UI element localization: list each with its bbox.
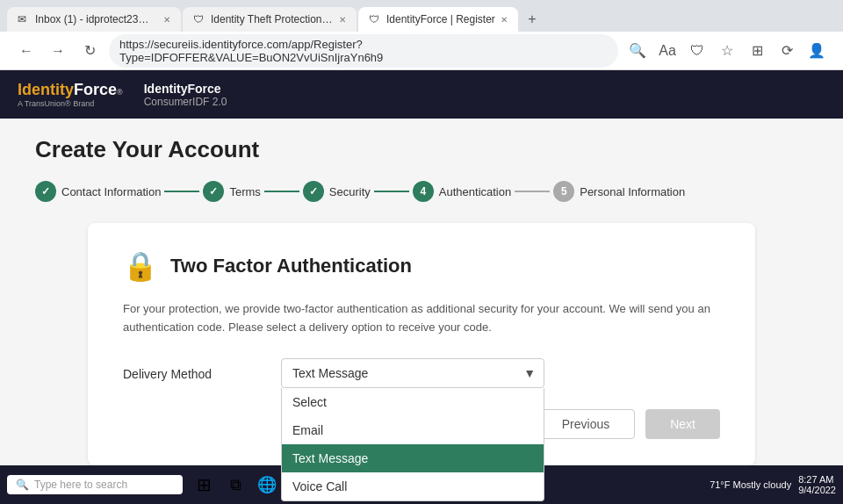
- app-name-header: IdentityForce ConsumerIDF 2.0: [144, 82, 227, 108]
- dropdown-text-message[interactable]: Text Message: [282, 444, 544, 472]
- profile-icon[interactable]: 👤: [804, 39, 829, 63]
- step5-label: Personal Information: [580, 185, 685, 198]
- windows-button[interactable]: ⊞: [190, 471, 218, 499]
- tab2-label: Identity Theft Protection Provide...: [211, 13, 334, 25]
- logo-sub: A TransUnion® Brand: [18, 99, 123, 108]
- search-icon: 🔍: [16, 479, 29, 491]
- card-description: For your protection, we provide two-fact…: [123, 300, 720, 337]
- logo-identity: Identity: [18, 81, 74, 98]
- tab3-label: IdentityForce | Register: [386, 13, 495, 25]
- tab3-close[interactable]: ✕: [501, 15, 508, 25]
- dropdown-email[interactable]: Email: [282, 416, 544, 444]
- toolbar-right: 🔍 Aa 🛡 ☆ ⊞ ⟳ 👤: [625, 39, 829, 63]
- url-text: https://secureiis.identityforce.com/app/…: [119, 38, 608, 64]
- tab2-close[interactable]: ✕: [339, 15, 346, 25]
- card-header: 🔒 Two Factor Authentication: [123, 249, 720, 283]
- tab2-favicon: 🛡: [193, 13, 205, 25]
- url-field[interactable]: https://secureiis.identityforce.com/app/…: [109, 34, 618, 68]
- edge-icon[interactable]: 🌐: [253, 471, 281, 499]
- previous-button[interactable]: Previous: [537, 409, 635, 439]
- step1-label: Contact Information: [61, 185, 161, 198]
- time: 8:27 AM: [798, 474, 836, 485]
- tab-1[interactable]: ✉ Inbox (1) - idprotect23@gmail.c... ✕: [7, 7, 181, 32]
- task-view-button[interactable]: ⧉: [221, 471, 249, 499]
- shield-icon[interactable]: 🛡: [685, 39, 710, 63]
- refresh-icon[interactable]: ⟳: [775, 39, 799, 63]
- progress-steps: ✓ Contact Information ✓ Terms ✓ Security…: [35, 181, 808, 202]
- delivery-select-wrap: Select Email Text Message Voice Call ▼ S…: [281, 358, 544, 388]
- star-icon[interactable]: ☆: [715, 39, 739, 63]
- divider-2: [264, 191, 299, 192]
- back-button[interactable]: ←: [14, 39, 39, 63]
- logo-force: Force: [74, 81, 117, 98]
- divider-4: [515, 191, 550, 192]
- dropdown-voice[interactable]: Voice Call: [282, 472, 544, 500]
- tab1-favicon: ✉: [18, 13, 30, 25]
- taskbar-right: 71°F Mostly cloudy 8:27 AM 9/4/2022: [710, 474, 836, 495]
- forward-button[interactable]: →: [46, 39, 70, 63]
- step3-circle: ✓: [303, 181, 324, 202]
- app-name: IdentityForce: [144, 82, 227, 96]
- step-terms: ✓ Terms: [203, 181, 260, 202]
- tab1-label: Inbox (1) - idprotect23@gmail.c...: [35, 13, 158, 25]
- step-security: ✓ Security: [303, 181, 371, 202]
- collections-icon[interactable]: ⊞: [745, 39, 769, 63]
- step1-circle: ✓: [35, 181, 56, 202]
- next-button[interactable]: Next: [645, 409, 720, 439]
- delivery-select[interactable]: Select Email Text Message Voice Call: [281, 358, 544, 388]
- delivery-method-row: Delivery Method Select Email Text Messag…: [123, 358, 720, 388]
- step4-label: Authentication: [439, 185, 511, 198]
- dropdown-select[interactable]: Select: [282, 388, 544, 416]
- step-contact: ✓ Contact Information: [35, 181, 161, 202]
- address-bar: ← → ↻ https://secureiis.identityforce.co…: [0, 32, 843, 70]
- delivery-label: Delivery Method: [123, 358, 263, 381]
- page-title: Create Your Account: [35, 136, 808, 163]
- tab3-favicon: 🛡: [369, 13, 381, 25]
- browser-chrome: ✉ Inbox (1) - idprotect23@gmail.c... ✕ 🛡…: [0, 0, 843, 70]
- clock: 8:27 AM 9/4/2022: [798, 474, 836, 495]
- divider-3: [374, 191, 409, 192]
- dropdown-list: Select Email Text Message Voice Call: [281, 388, 544, 501]
- step5-circle: 5: [553, 181, 574, 202]
- new-tab-button[interactable]: +: [520, 7, 544, 32]
- tab-bar: ✉ Inbox (1) - idprotect23@gmail.c... ✕ 🛡…: [0, 0, 843, 32]
- translate-icon[interactable]: Aa: [655, 39, 680, 63]
- tab-2[interactable]: 🛡 Identity Theft Protection Provide... ✕: [183, 7, 357, 32]
- main-content: Create Your Account ✓ Contact Informatio…: [0, 119, 843, 504]
- card-title: Two Factor Authentication: [170, 255, 412, 277]
- logo-area: IdentityForce® A TransUnion® Brand: [18, 81, 123, 108]
- step2-label: Terms: [229, 185, 260, 198]
- tab-3[interactable]: 🛡 IdentityForce | Register ✕: [358, 7, 518, 32]
- reload-button[interactable]: ↻: [77, 39, 102, 63]
- divider-1: [164, 191, 199, 192]
- step3-label: Security: [329, 185, 371, 198]
- weather-info: 71°F Mostly cloudy: [710, 479, 791, 490]
- tab1-close[interactable]: ✕: [163, 15, 170, 25]
- lock-icon: 🔒: [123, 249, 158, 283]
- logo-reg: ®: [117, 88, 123, 97]
- system-tray: 71°F Mostly cloudy: [710, 479, 791, 490]
- two-factor-card: 🔒 Two Factor Authentication For your pro…: [88, 223, 755, 465]
- step-personal: 5 Personal Information: [553, 181, 685, 202]
- step2-circle: ✓: [203, 181, 224, 202]
- app-header: IdentityForce® A TransUnion® Brand Ident…: [0, 70, 843, 119]
- app-version: ConsumerIDF 2.0: [144, 96, 227, 108]
- step-auth: 4 Authentication: [413, 181, 511, 202]
- taskbar-search[interactable]: 🔍 Type here to search: [7, 475, 183, 494]
- search-placeholder: Type here to search: [34, 479, 127, 491]
- logo-main: IdentityForce®: [18, 81, 123, 99]
- step4-circle: 4: [413, 181, 434, 202]
- search-icon[interactable]: 🔍: [625, 39, 650, 63]
- date: 9/4/2022: [798, 485, 836, 495]
